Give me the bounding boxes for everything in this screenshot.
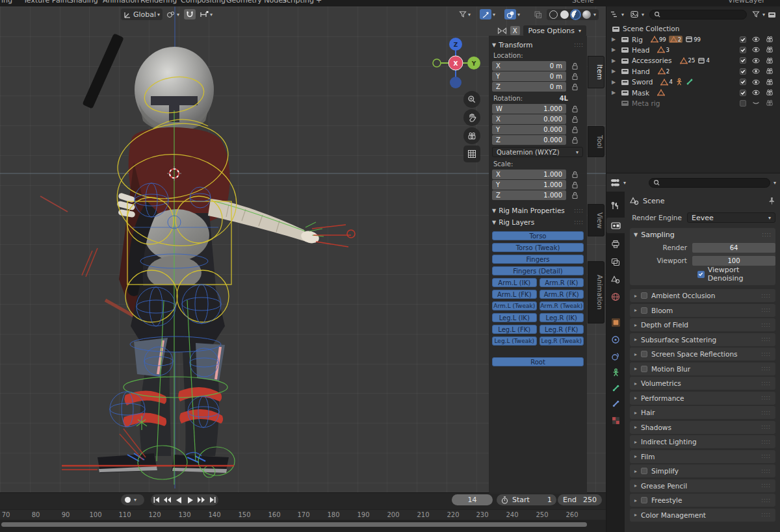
- previous-keyframe-button[interactable]: [162, 497, 172, 503]
- render-checkbox[interactable]: [740, 79, 746, 85]
- workspace-tab-compositing[interactable]: Compositing: [181, 0, 226, 5]
- panel-screen-space-reflections[interactable]: ▸Screen Space Reflections::::: [630, 348, 775, 361]
- sampling-panel-header[interactable]: ▼ Sampling ::::: [630, 228, 775, 241]
- rotation-mode-dropdown[interactable]: Quaternion (WXYZ) ▾: [492, 147, 583, 157]
- expand-icon[interactable]: ▶: [612, 90, 618, 95]
- render-checkbox[interactable]: [740, 68, 746, 75]
- outliner-row-head[interactable]: ▶ Head 3: [606, 45, 780, 55]
- lock-icon[interactable]: [571, 116, 578, 123]
- panel-indirect-lighting[interactable]: ▸Indirect Lighting::::: [630, 435, 775, 448]
- pan-button[interactable]: [463, 109, 480, 126]
- panel-checkbox[interactable]: [641, 351, 647, 357]
- rig-layer-button-leg-r-ik[interactable]: Leg.R (IK): [540, 313, 584, 322]
- rotation-x-field[interactable]: X0.000: [492, 114, 566, 124]
- scene-selector[interactable]: Scene: [572, 0, 594, 5]
- render-engine-dropdown[interactable]: Eevee ▾: [687, 212, 775, 223]
- rig-layer-button-torso[interactable]: Torso: [492, 231, 584, 240]
- outliner-search-input[interactable]: [649, 10, 747, 19]
- tab-physics-properties[interactable]: [606, 349, 625, 364]
- panel-grease-pencil[interactable]: ▸Grease Pencil::::: [630, 479, 775, 492]
- jump-to-end-button[interactable]: [208, 497, 218, 503]
- chevron-down-icon[interactable]: ▾: [762, 12, 765, 18]
- lock-icon[interactable]: [571, 181, 578, 189]
- panel-bloom[interactable]: ▸Bloom::::: [630, 304, 775, 317]
- outliner-row-accessories[interactable]: ▶ Accessories 25 4: [606, 55, 780, 66]
- rig-layer-button-arm-r-fk[interactable]: Arm.R (FK): [540, 290, 584, 299]
- rig-layers-header[interactable]: ▼ Rig Layers ::::: [492, 218, 584, 226]
- rig-layer-button-arm-r-ik[interactable]: Arm.R (IK): [540, 278, 584, 287]
- workspace-tab[interactable]: ing: [1, 0, 12, 5]
- tab-output-properties[interactable]: [606, 236, 625, 251]
- end-frame-field[interactable]: End 250: [558, 494, 602, 505]
- breadcrumb-scene-label[interactable]: Scene: [643, 197, 665, 205]
- zoom-button[interactable]: [463, 91, 480, 108]
- tab-bone-properties[interactable]: [606, 380, 625, 396]
- panel-depth-of-field[interactable]: ▸Depth of Field::::: [630, 318, 775, 331]
- render-checkbox[interactable]: [740, 47, 746, 53]
- scale-z-field[interactable]: Z1.000: [492, 190, 566, 200]
- chevron-down-icon[interactable]: ▾: [134, 497, 136, 503]
- tab-tool[interactable]: Tool: [588, 126, 604, 157]
- navigation-gizmo[interactable]: Z Y X: [433, 38, 480, 88]
- rig-layer-button-fingers[interactable]: Fingers: [492, 255, 584, 264]
- tab-world-properties[interactable]: [606, 289, 625, 305]
- pose-options-dropdown[interactable]: Pose Options ▾: [523, 25, 586, 36]
- panel-grip[interactable]: ::::: [574, 220, 584, 225]
- panel-hair[interactable]: ▸Hair::::: [630, 406, 775, 419]
- expand-icon[interactable]: ▶: [612, 79, 618, 85]
- tab-texture-properties[interactable]: [606, 412, 625, 428]
- panel-grip[interactable]: ::::: [762, 232, 772, 238]
- outliner-row-meta-rig[interactable]: Meta rig: [606, 98, 780, 108]
- render-checkbox[interactable]: [740, 90, 746, 96]
- chevron-down-icon[interactable]: ▾: [642, 12, 644, 18]
- eye-closed-icon[interactable]: [752, 99, 760, 107]
- render-checkbox[interactable]: [740, 36, 746, 43]
- rig-layer-button-arm-l-ik[interactable]: Arm.L (IK): [492, 278, 537, 287]
- timeline-ruler[interactable]: 70 80 90 100 110 120 130 140 150 160 170…: [0, 509, 606, 520]
- tab-bone-constraints-properties[interactable]: [606, 396, 625, 411]
- panel-freestyle[interactable]: ▸Freestyle::::: [630, 494, 775, 507]
- camera-render-icon[interactable]: [766, 89, 774, 96]
- transform-panel-header[interactable]: ▼ Transform ::::: [492, 41, 584, 49]
- rig-layer-button-leg-r-fk[interactable]: Leg.R (FK): [540, 325, 584, 334]
- rig-layer-button-arm-l-fk[interactable]: Arm.L (FK): [492, 290, 537, 299]
- tab-tool-properties[interactable]: [606, 198, 625, 214]
- eye-icon[interactable]: [752, 68, 760, 75]
- outliner-row-sword[interactable]: ▶ Sword 4: [606, 77, 780, 87]
- workspace-tab-geometry-nodes[interactable]: Geometry Nodes: [226, 0, 287, 5]
- panel-shadows[interactable]: ▸Shadows::::: [630, 421, 775, 434]
- lock-icon[interactable]: [571, 73, 578, 81]
- eye-icon[interactable]: [752, 46, 760, 53]
- expand-icon[interactable]: ▶: [612, 58, 618, 64]
- render-checkbox[interactable]: [740, 57, 746, 64]
- outliner-row-rig[interactable]: ▶ Rig 99 2 99: [606, 34, 780, 44]
- scrollbar-thumb[interactable]: [1, 522, 587, 527]
- record-icon[interactable]: [124, 496, 131, 503]
- workspace-tab-scripting[interactable]: Scripting: [282, 0, 314, 5]
- camera-render-icon[interactable]: [766, 79, 774, 86]
- new-collection-icon[interactable]: [768, 10, 776, 18]
- panel-subsurface-scattering[interactable]: ▸Subsurface Scattering::::: [630, 333, 775, 346]
- panel-simplify[interactable]: ▸Simplify::::: [630, 464, 775, 477]
- rotation-y-field[interactable]: Y0.000: [492, 125, 566, 134]
- viewport-samples-field[interactable]: 100: [692, 256, 775, 266]
- play-reverse-button[interactable]: [174, 497, 184, 503]
- render-samples-field[interactable]: 64: [692, 243, 775, 253]
- lock-icon[interactable]: [571, 171, 578, 179]
- panel-grip[interactable]: ::::: [574, 42, 584, 48]
- expand-icon[interactable]: ▶: [612, 68, 618, 74]
- camera-render-icon[interactable]: [766, 57, 774, 64]
- lock-icon[interactable]: [571, 62, 578, 70]
- play-button[interactable]: [185, 497, 195, 503]
- next-keyframe-button[interactable]: [196, 497, 206, 503]
- panel-checkbox[interactable]: [641, 366, 647, 372]
- rig-layer-button-root[interactable]: Root: [492, 357, 584, 366]
- panel-checkbox[interactable]: [641, 497, 647, 503]
- lock-icon[interactable]: [571, 83, 578, 91]
- tab-view[interactable]: View: [588, 204, 604, 236]
- location-x-field[interactable]: X0 m: [492, 61, 566, 71]
- panel-color-management[interactable]: ▸Color Management::::: [630, 509, 775, 522]
- panel-checkbox[interactable]: [641, 292, 647, 299]
- camera-view-button[interactable]: [463, 127, 480, 144]
- camera-render-icon[interactable]: [766, 68, 774, 75]
